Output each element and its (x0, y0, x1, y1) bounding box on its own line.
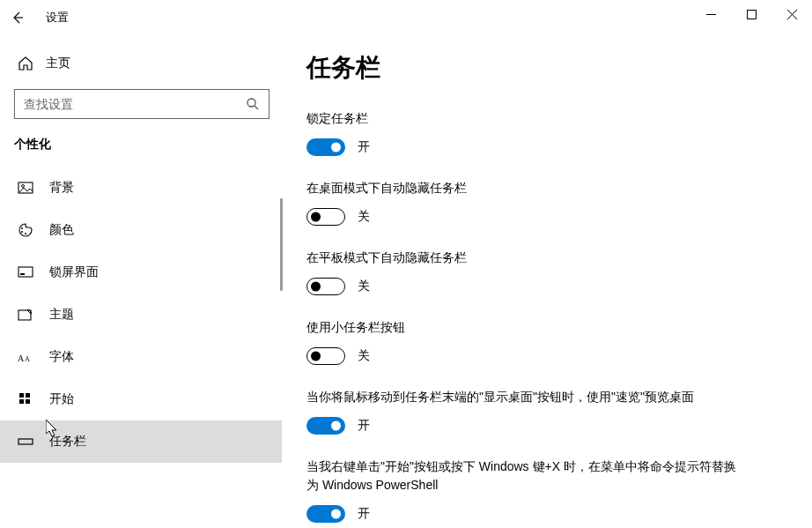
sidebar-item-start[interactable]: 开始 (0, 378, 282, 420)
toggle-state: 开 (358, 139, 370, 155)
toggle-state: 开 (358, 506, 370, 522)
sidebar-item-taskbar[interactable]: 任务栏 (0, 420, 282, 463)
window-title: 设置 (46, 10, 69, 26)
toggle-autohide-tablet[interactable] (306, 278, 345, 295)
svg-rect-16 (26, 393, 30, 398)
sidebar-item-lockscreen[interactable]: 锁屏界面 (0, 251, 282, 294)
toggle-state: 开 (358, 418, 370, 434)
svg-rect-2 (747, 10, 756, 19)
toggle-peek-desktop[interactable] (306, 417, 345, 435)
start-icon (18, 391, 33, 407)
svg-point-8 (21, 231, 23, 233)
sidebar-item-colors[interactable]: 颜色 (0, 209, 282, 251)
setting-label: 在桌面模式下自动隐藏任务栏 (306, 179, 747, 197)
toggle-state: 关 (358, 209, 370, 225)
sidebar-item-background[interactable]: 背景 (0, 167, 282, 209)
sidebar-item-label: 锁屏界面 (49, 264, 99, 280)
search-icon (246, 97, 260, 111)
toggle-state: 关 (358, 348, 370, 364)
svg-rect-17 (19, 399, 24, 404)
svg-text:A: A (18, 353, 25, 363)
back-button[interactable] (0, 0, 35, 35)
maximize-button[interactable] (731, 0, 771, 28)
palette-icon (18, 222, 33, 238)
toggle-lock-taskbar[interactable] (306, 138, 345, 156)
page-title: 任务栏 (306, 51, 787, 85)
svg-line-4 (255, 106, 258, 109)
home-label: 主页 (46, 56, 70, 71)
toggle-small-buttons[interactable] (306, 347, 345, 365)
toggle-state: 关 (358, 279, 370, 294)
maximize-icon (747, 10, 757, 19)
minimize-button[interactable] (690, 0, 731, 28)
minimize-icon (706, 10, 716, 19)
svg-rect-18 (26, 399, 30, 404)
sidebar-section-header: 个性化 (14, 137, 282, 152)
setting-label: 当你将鼠标移动到任务栏末端的"显示桌面"按钮时，使用"速览"预览桌面 (306, 388, 747, 406)
back-icon (11, 11, 25, 25)
svg-rect-11 (20, 273, 25, 275)
lockscreen-icon (18, 264, 33, 280)
sidebar-item-label: 任务栏 (49, 434, 86, 450)
home-icon (18, 56, 33, 71)
svg-point-9 (25, 233, 26, 234)
font-icon: AA (18, 349, 33, 365)
toggle-powershell[interactable] (306, 505, 345, 523)
setting-label: 锁定任务栏 (306, 109, 747, 128)
svg-point-7 (21, 227, 23, 229)
sidebar-item-label: 背景 (49, 180, 74, 196)
search-input[interactable] (24, 97, 246, 111)
close-button[interactable] (771, 0, 812, 28)
taskbar-icon (18, 434, 33, 450)
toggle-autohide-desktop[interactable] (306, 208, 345, 226)
theme-icon (18, 307, 33, 323)
svg-rect-10 (18, 267, 33, 277)
sidebar-item-fonts[interactable]: AA 字体 (0, 336, 282, 378)
setting-label: 在平板模式下自动隐藏任务栏 (306, 249, 747, 267)
svg-point-6 (22, 185, 25, 188)
sidebar-item-label: 开始 (49, 391, 74, 407)
setting-label: 当我右键单击"开始"按钮或按下 Windows 键+X 时，在菜单中将命令提示符… (306, 457, 747, 495)
image-icon (18, 180, 33, 196)
search-input-container[interactable] (14, 89, 269, 119)
sidebar-item-label: 主题 (49, 307, 74, 323)
home-link[interactable]: 主页 (14, 48, 282, 78)
svg-text:A: A (25, 355, 30, 363)
close-icon (787, 10, 797, 19)
svg-point-3 (247, 99, 255, 107)
sidebar-item-themes[interactable]: 主题 (0, 294, 282, 336)
svg-rect-19 (18, 439, 33, 444)
svg-rect-15 (19, 393, 24, 398)
sidebar-item-label: 颜色 (49, 222, 74, 238)
setting-label: 使用小任务栏按钮 (306, 318, 747, 337)
sidebar-item-label: 字体 (49, 349, 74, 365)
